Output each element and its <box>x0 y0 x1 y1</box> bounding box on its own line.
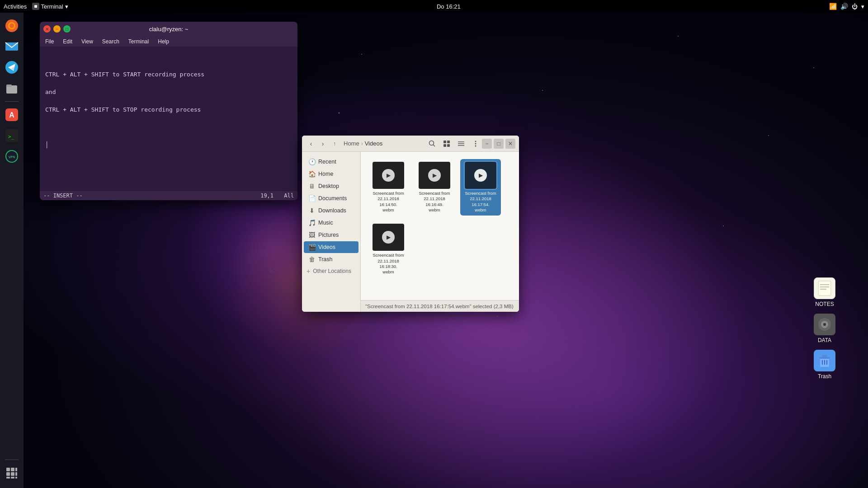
sidebar-item-other-locations[interactable]: + Other Locations <box>302 266 360 277</box>
recent-icon: 🕐 <box>308 158 316 165</box>
sidebar-item-recent-label: Recent <box>318 159 336 165</box>
play-button-3: ▶ <box>474 169 487 182</box>
fm-grid-view-button[interactable] <box>440 137 453 150</box>
terminal-icon-small: ■ <box>32 3 39 10</box>
file-item-4[interactable]: ▶ Screencast from22.11.201816:18:30.webm <box>368 221 409 277</box>
fm-file-area: ▶ Screencast from22.11.201816:14:50.webm… <box>361 152 519 300</box>
fm-back-button[interactable]: ‹ <box>306 138 316 149</box>
svg-rect-23 <box>15 477 17 479</box>
file-item-2[interactable]: ▶ Screencast from22.11.201816:16:49.webm <box>414 159 455 216</box>
dock-icon-terminal[interactable]: >_ <box>2 126 21 145</box>
notes-icon <box>814 277 835 299</box>
svg-point-46 <box>475 141 476 142</box>
fm-main-content: ▶ Screencast from22.11.201816:14:50.webm… <box>361 152 519 312</box>
svg-rect-21 <box>6 477 10 479</box>
dock-icon-telegram[interactable] <box>2 58 21 77</box>
fm-list-view-button[interactable] <box>455 137 467 150</box>
svg-point-48 <box>475 145 476 146</box>
data-icon <box>814 314 835 335</box>
fm-up-button[interactable]: ↑ <box>329 138 340 149</box>
volume-icon[interactable]: 🔊 <box>840 3 848 10</box>
activities-button[interactable]: Activities <box>4 3 27 10</box>
topbar-terminal-indicator: ■ Terminal ▾ <box>32 3 68 10</box>
play-button-1: ▶ <box>382 169 395 182</box>
fm-minimize-button[interactable]: − <box>482 139 492 149</box>
svg-point-30 <box>823 323 826 326</box>
fm-maximize-button[interactable]: □ <box>494 139 504 149</box>
dock-icon-apps[interactable] <box>2 464 21 483</box>
sidebar-item-recent[interactable]: 🕐 Recent <box>304 156 359 168</box>
desktop-icon-trash[interactable]: Trash <box>807 347 843 382</box>
terminal-menu-edit[interactable]: Edit <box>61 38 74 45</box>
terminal-content[interactable]: CTRL + ALT + SHIFT to START recording pr… <box>40 47 297 191</box>
dock-bottom <box>2 458 21 484</box>
sidebar-item-desktop[interactable]: 🖥 Desktop <box>304 180 359 192</box>
sidebar-item-home[interactable]: 🏠 Home <box>304 168 359 180</box>
dock-separator-1 <box>5 101 19 102</box>
fm-close-button[interactable]: ✕ <box>505 139 515 149</box>
file-item-3[interactable]: ▶ Screencast from22.11.201816:17:54.webm <box>460 159 501 216</box>
data-label: DATA <box>818 337 831 343</box>
play-button-2: ▶ <box>428 169 441 182</box>
videos-icon: 🎬 <box>308 244 316 251</box>
dock-icon-vpn[interactable]: VPN <box>2 147 21 166</box>
sidebar-item-other-locations-label: Other Locations <box>313 268 351 274</box>
sidebar-item-downloads[interactable]: ⬇ Downloads <box>304 205 359 216</box>
sidebar-item-documents-label: Documents <box>318 195 347 202</box>
desktop-icon-data[interactable]: DATA <box>807 311 843 346</box>
sidebar-item-trash[interactable]: 🗑 Trash <box>304 253 359 265</box>
terminal-menu-terminal[interactable]: Terminal <box>127 38 151 45</box>
fm-window-controls: − □ ✕ <box>482 139 515 149</box>
svg-rect-18 <box>6 472 10 476</box>
fm-forward-button[interactable]: › <box>317 138 328 149</box>
sidebar-item-documents[interactable]: 📄 Documents <box>304 192 359 204</box>
terminal-close-button[interactable]: ✕ <box>43 25 51 33</box>
dock-icon-appstore[interactable]: A <box>2 105 21 124</box>
topbar-left: Activities ■ Terminal ▾ <box>4 3 68 10</box>
dock-icon-files[interactable] <box>2 79 21 98</box>
svg-point-47 <box>475 143 476 144</box>
svg-rect-42 <box>447 144 450 147</box>
fm-toolbar-right <box>426 137 482 150</box>
notes-label: NOTES <box>815 301 834 307</box>
terminal-menubar: File Edit View Search Terminal Help <box>40 36 297 47</box>
terminal-title: clalu@ryzen: ~ <box>71 26 267 33</box>
fm-search-button[interactable] <box>426 137 439 150</box>
dock-icon-firefox[interactable] <box>2 16 21 35</box>
fm-menu-button[interactable] <box>469 137 482 150</box>
dock-icon-mail[interactable] <box>2 37 21 56</box>
topbar-terminal-dropdown[interactable]: ▾ <box>65 3 68 10</box>
fm-breadcrumb-separator: › <box>361 141 363 147</box>
topbar-terminal-label[interactable]: Terminal <box>41 3 63 10</box>
network-icon[interactable]: 📶 <box>829 3 837 10</box>
terminal-menu-help[interactable]: Help <box>156 38 171 45</box>
power-icon[interactable]: ⏻ <box>852 3 858 10</box>
topbar-arrow-icon[interactable]: ▾ <box>861 3 864 10</box>
svg-text:>_: >_ <box>8 134 14 140</box>
music-icon: 🎵 <box>308 219 316 226</box>
terminal-menu-search[interactable]: Search <box>100 38 121 45</box>
dock: A >_ VPN <box>0 13 24 488</box>
fm-breadcrumb-home[interactable]: Home <box>344 140 359 147</box>
documents-icon: 📄 <box>308 195 316 202</box>
sidebar-item-pictures[interactable]: 🖼 Pictures <box>304 229 359 241</box>
svg-point-37 <box>429 141 434 145</box>
fm-sidebar: 🕐 Recent 🏠 Home 🖥 Desktop 📄 Documents ⬇ … <box>302 152 361 312</box>
terminal-maximize-button[interactable]: □ <box>63 25 71 33</box>
sidebar-item-videos[interactable]: 🎬 Videos <box>304 241 359 253</box>
file-name-4: Screencast from22.11.201816:18:30.webm <box>373 253 404 275</box>
terminal-menu-file[interactable]: File <box>43 38 56 45</box>
desktop-icon-sm: 🖥 <box>308 183 316 190</box>
terminal-minimize-button[interactable]: − <box>53 25 61 33</box>
file-item-1[interactable]: ▶ Screencast from22.11.201816:14:50.webm <box>368 159 409 216</box>
fm-titlebar: ‹ › ↑ Home › Videos − □ ✕ <box>302 136 519 152</box>
terminal-mode: -- INSERT -- <box>43 192 83 199</box>
terminal-menu-view[interactable]: View <box>80 38 95 45</box>
terminal-statusbar: -- INSERT -- 19,1 All <box>40 191 297 200</box>
svg-rect-24 <box>818 281 831 296</box>
fm-breadcrumb-videos[interactable]: Videos <box>365 140 383 147</box>
sidebar-item-videos-label: Videos <box>318 244 335 250</box>
sidebar-item-music[interactable]: 🎵 Music <box>304 217 359 229</box>
desktop-icon-notes[interactable]: NOTES <box>807 275 843 310</box>
terminal-text: CTRL + ALT + SHIFT to START recording pr… <box>45 52 292 150</box>
